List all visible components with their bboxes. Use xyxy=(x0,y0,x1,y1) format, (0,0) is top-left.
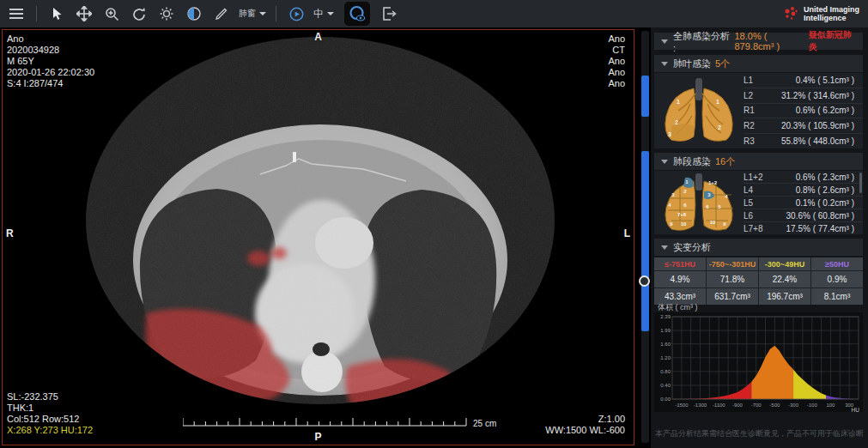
svg-text:-900: -900 xyxy=(732,403,744,408)
segment-row[interactable]: L630.6% ( 60.8cm³ ) xyxy=(744,209,863,222)
overlay-line: M 65Y xyxy=(7,56,94,67)
hu-range-volume: 8.1cm³ xyxy=(811,288,863,305)
overlay-line: SL:-232.375 xyxy=(7,391,93,403)
rotate-icon[interactable] xyxy=(128,3,150,25)
segment-lung-icon: 123467+89101+23456910 xyxy=(654,171,744,234)
svg-text:-700: -700 xyxy=(751,403,762,408)
overlay-line: Ano xyxy=(608,78,625,89)
svg-text:3: 3 xyxy=(668,131,671,137)
svg-text:10: 10 xyxy=(681,221,687,227)
chevron-down-icon xyxy=(327,12,334,15)
lobe-row-label: L2 xyxy=(744,91,776,100)
slider-handle[interactable] xyxy=(639,275,650,287)
lobe-row[interactable]: R220.3% ( 105.9cm³ ) xyxy=(744,118,863,134)
window-level-icon[interactable] xyxy=(155,3,178,25)
segment-row-label: L4 xyxy=(744,185,776,195)
language-dropdown[interactable]: 中 xyxy=(313,7,334,21)
hu-range-header: -750~-301HU xyxy=(707,257,758,270)
hu-range-percent: 22.4% xyxy=(759,271,810,288)
segment-title: 肺段感染 xyxy=(673,155,711,168)
svg-text:1: 1 xyxy=(677,99,680,105)
overlay-line: Ano xyxy=(608,56,625,67)
range-slider-bar[interactable] xyxy=(641,151,649,331)
zoom-window-overlay: Z:1.00WW:1500 WL:-600 xyxy=(545,414,625,436)
segment-row[interactable]: L40.8% ( 2.6cm³ ) xyxy=(744,184,863,197)
segment-row[interactable]: L7+817.5% ( 77.4cm³ ) xyxy=(744,222,863,234)
zoom-icon[interactable] xyxy=(100,3,123,25)
section-whole-lung-header[interactable]: 全肺感染分析 : 18.0% ( 879.8cm³ ) 疑似新冠肺炎 xyxy=(654,33,863,50)
cursor-hu-readout: X:268 Y:273 HU:172 xyxy=(7,425,93,436)
svg-text:100: 100 xyxy=(826,403,835,408)
measure-icon[interactable] xyxy=(210,3,233,25)
lobe-row-label: L1 xyxy=(744,76,776,85)
play-icon[interactable] xyxy=(285,3,307,25)
segment-row-label: L7+8 xyxy=(744,224,776,233)
lobe-lung-icon: 12312 xyxy=(654,73,744,148)
hu-range-volume: 196.7cm³ xyxy=(759,288,810,305)
segment-row[interactable]: L50.1% ( 0.2cm³ ) xyxy=(744,197,863,209)
hu-range-percent: 0.9% xyxy=(811,271,863,288)
whole-lung-title: 全肺感染分析 : xyxy=(673,30,730,53)
section-lobe-body: 12312 L10.4% ( 5.1cm³ )L231.2% ( 314.6cm… xyxy=(654,73,863,148)
lobe-row-value: 55.8% ( 448.0cm³ ) xyxy=(776,136,863,146)
invert-icon[interactable] xyxy=(183,3,205,25)
section-consolidation-header[interactable]: 实变分析 xyxy=(654,239,863,256)
cursor-icon[interactable] xyxy=(46,3,68,25)
segment-row-label: L1+2 xyxy=(744,173,776,182)
ct-image xyxy=(3,30,634,445)
lobe-row[interactable]: L10.4% ( 5.1cm³ ) xyxy=(744,73,863,88)
segment-row-value: 17.5% ( 77.4cm³ ) xyxy=(776,224,863,233)
overlay-line: S:4 I:287/474 xyxy=(7,78,94,89)
hu-range-percent: 71.8% xyxy=(707,271,758,288)
ct-viewport[interactable]: Ano2020034928M 65Y2020-01-26 22:02:30S:4… xyxy=(2,29,634,445)
svg-text:10: 10 xyxy=(710,220,716,225)
brand-line1: United Imaging xyxy=(804,5,859,14)
lobe-row-value: 31.2% ( 314.6cm³ ) xyxy=(776,91,863,100)
lobe-row-label: R2 xyxy=(744,121,776,130)
svg-text:1.99: 1.99 xyxy=(660,328,671,333)
brand-logo: United Imaging Intelligence xyxy=(783,0,859,27)
svg-text:-1500: -1500 xyxy=(675,403,689,408)
lobe-row[interactable]: L231.2% ( 314.6cm³ ) xyxy=(744,88,863,104)
svg-text:1.60: 1.60 xyxy=(660,342,671,347)
overlay-line: Ano xyxy=(608,67,625,78)
menu-icon[interactable] xyxy=(5,3,27,25)
section-segment-header[interactable]: 肺段感染 16个 xyxy=(654,153,863,170)
svg-text:2: 2 xyxy=(718,124,721,130)
section-lobe-header[interactable]: 肺叶感染 5个 xyxy=(654,55,863,72)
overlay-line: THK:1 xyxy=(7,403,93,414)
orientation-left: L xyxy=(624,227,630,239)
svg-text:HU: HU xyxy=(852,407,860,413)
overlay-line: 2020-01-26 22:02:30 xyxy=(7,67,94,78)
lesion-overlay-icon[interactable] xyxy=(344,2,370,26)
svg-text:1+2: 1+2 xyxy=(708,180,718,185)
svg-text:-300: -300 xyxy=(788,403,799,408)
analysis-panel: 全肺感染分析 : 18.0% ( 879.8cm³ ) 疑似新冠肺炎 肺叶感染 … xyxy=(651,27,868,448)
svg-text:1.20: 1.20 xyxy=(660,355,671,360)
hu-histogram: 0.000.400.801.201.601.992.39-1500-1300-1… xyxy=(654,312,863,412)
orientation-right: R xyxy=(6,227,14,239)
exit-icon[interactable] xyxy=(378,3,400,25)
overlay-line: Ano xyxy=(7,33,94,45)
svg-text:-500: -500 xyxy=(769,403,780,408)
window-preset-dropdown[interactable]: 肺窗 xyxy=(239,8,266,20)
lobe-row[interactable]: R10.6% ( 6.2cm³ ) xyxy=(744,104,863,119)
lobe-row-value: 0.4% ( 5.1cm³ ) xyxy=(776,76,863,85)
segment-table-scrollbar[interactable] xyxy=(859,173,862,193)
brand-line2: Intelligence xyxy=(804,14,859,22)
svg-text:7+8: 7+8 xyxy=(677,212,687,217)
segment-row-value: 30.6% ( 60.8cm³ ) xyxy=(776,211,863,221)
svg-text:2.39: 2.39 xyxy=(660,314,671,319)
collapse-triangle-icon xyxy=(661,62,668,66)
disclaimer-text: 本产品分析结果需结合医生诊断意见，产品不可用于临床诊断 xyxy=(651,428,868,439)
toolbar: 肺窗 中 United Imaging Intelligence xyxy=(0,0,868,27)
slice-slider-gutter xyxy=(635,29,651,446)
slice-slider-thumb[interactable] xyxy=(641,76,649,117)
pan-icon[interactable] xyxy=(73,3,95,25)
segment-row[interactable]: L1+20.6% ( 2.3cm³ ) xyxy=(744,171,863,184)
svg-text:-1300: -1300 xyxy=(694,403,707,408)
hu-range-header: ≥50HU xyxy=(811,257,863,270)
patient-info-overlay: Ano2020034928M 65Y2020-01-26 22:02:30S:4… xyxy=(7,33,94,89)
svg-text:0.40: 0.40 xyxy=(660,383,671,388)
lobe-row[interactable]: R355.8% ( 448.0cm³ ) xyxy=(744,134,863,148)
